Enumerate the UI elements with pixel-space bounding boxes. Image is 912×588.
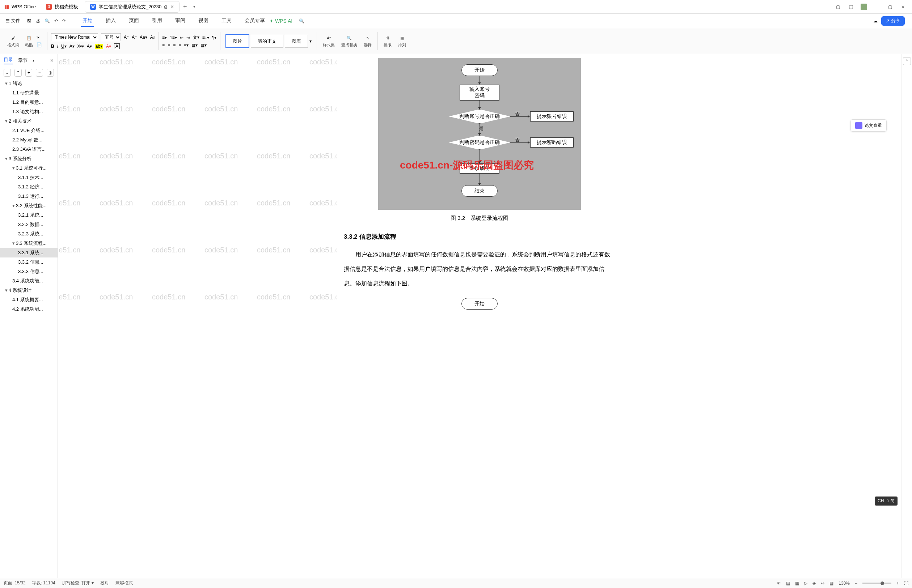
toc-item[interactable]: ▾2 相关技术 [0,116,58,126]
toc-item[interactable]: 3.3.1 系统... [0,248,58,257]
menu-tab-2[interactable]: 页面 [127,15,141,27]
toc-item[interactable]: ▾3.3 系统流程... [0,239,58,248]
add-icon[interactable]: + [25,69,32,77]
compat-mode[interactable]: 兼容模式 [115,580,133,586]
toc-item[interactable]: ▾3.2 系统性能... [0,201,58,210]
toc-item[interactable]: 4.2 系统功能... [0,304,58,314]
wps-ai-tab[interactable]: ✦ WPS AI [268,16,294,26]
spellcheck-status[interactable]: 拼写检查: 打开 ▾ [62,580,94,586]
zoom-out-icon[interactable]: − [855,581,857,586]
decrease-font-icon[interactable]: A⁻ [132,35,137,40]
document-canvas[interactable]: code51.cncode51.cncode51.cncode51.cncode… [58,54,901,578]
toc-item[interactable]: ▾1 绪论 [0,79,58,88]
paste-button[interactable]: 📋 粘贴 [23,34,35,48]
remove-icon[interactable]: − [36,69,43,77]
toc-item[interactable]: 3.4 系统功能... [0,276,58,286]
decrease-indent-icon[interactable]: ⇤ [180,35,183,40]
rail-collapse-icon[interactable]: ⌃ [903,57,911,65]
view-read-icon[interactable]: 👁 [777,581,781,586]
toc-item[interactable]: 3.2.3 系统... [0,229,58,239]
preview-icon[interactable]: 🔍 [45,18,50,24]
bullet-list-icon[interactable]: ≡▾ [162,35,167,40]
view-fullwidth-icon[interactable]: ⇔ [821,581,825,586]
proofread-status[interactable]: 校对 [100,580,109,586]
strikethrough-button[interactable]: A̶▾ [70,44,75,49]
distribute-icon[interactable]: ≡▾ [184,43,189,48]
app-logo[interactable]: ▮▮ WPS Office [0,4,40,10]
toc-item[interactable]: 4.1 系统概要... [0,295,58,304]
font-color-button[interactable]: A▾ [87,44,92,49]
menu-tab-0[interactable]: 开始 [81,15,94,27]
menu-tab-4[interactable]: 审阅 [174,15,187,27]
sidebar-tab-chapter[interactable]: 章节 [18,57,28,64]
menu-tab-7[interactable]: 会员专享 [243,15,266,27]
align-justify-icon[interactable]: ≡ [178,43,181,48]
view-web-icon[interactable]: ▦ [795,581,799,586]
align-right-icon[interactable]: ≡ [173,43,175,48]
view-focus-icon[interactable]: ◈ [813,581,816,586]
view-outline-icon[interactable]: ▷ [804,581,807,586]
avatar[interactable] [860,3,867,10]
highlight-button[interactable]: ab▾ [95,44,103,49]
styleset-button[interactable]: Aᵃ 样式集 [321,34,337,48]
toc-item[interactable]: 2.1 VUE 介绍... [0,126,58,135]
paragraph-spacing-icon[interactable]: ¶▾ [212,35,216,40]
toc-item[interactable]: 3.2.1 系统... [0,210,58,220]
copy-icon[interactable]: 📄 [37,42,42,47]
change-case-icon[interactable]: Aa▾ [140,35,147,40]
minimize-button[interactable]: — [874,3,880,10]
format-painter-button[interactable]: 🖌 格式刷 [5,34,21,48]
menu-tab-6[interactable]: 工具 [220,15,233,27]
redo-icon[interactable]: ↷ [62,18,66,24]
shading-icon[interactable]: ▦▾ [191,43,198,48]
filter-icon[interactable]: ◎ [47,69,54,77]
toc-item[interactable]: 1.2 目的和意... [0,98,58,107]
toc-item[interactable]: 3.1.1 技术... [0,173,58,182]
search-icon[interactable]: 🔍 [299,18,305,24]
menu-tab-1[interactable]: 插入 [104,15,117,27]
style-dropdown-icon[interactable]: ▾ [309,39,312,44]
select-button[interactable]: ↖ 选择 [361,34,374,48]
new-tab-button[interactable]: + [180,3,190,10]
share-button[interactable]: ↗ 分享 [881,16,905,26]
collapse-all-icon[interactable]: ⌄ [3,69,11,77]
zoom-in-icon[interactable]: + [896,581,899,586]
menu-tab-3[interactable]: 引用 [151,15,164,27]
word-count[interactable]: 字数: 11194 [32,580,55,586]
page-indicator[interactable]: 页面: 15/32 [3,580,26,586]
underline-button[interactable]: U▾ [61,44,66,49]
increase-font-icon[interactable]: A⁺ [124,35,129,40]
line-spacing-icon[interactable]: ≡↕▾ [202,35,209,40]
close-icon[interactable]: ✕ [170,4,174,10]
sidebar-close-icon[interactable]: ✕ [50,58,54,63]
cloud-icon[interactable]: ☁ [873,18,878,24]
number-list-icon[interactable]: 1≡▾ [170,35,177,40]
toc-item[interactable]: 1.1 研究背景 [0,88,58,98]
toc-item[interactable]: 3.3.2 信息... [0,257,58,267]
align-center-icon[interactable]: ≡ [168,43,170,48]
bold-button[interactable]: B [51,44,54,49]
style-body[interactable]: 我的正文 [251,35,283,48]
view-grid-icon[interactable]: ▦ [829,581,833,586]
style-picture[interactable]: 图片 [225,34,249,48]
file-menu[interactable]: ☰ 文件 [3,16,23,25]
toc-item[interactable]: 3.3.3 信息... [0,267,58,276]
cut-icon[interactable]: ✂ [37,35,42,40]
toc-item[interactable]: ▾3 系统分析 [0,154,58,163]
plagiarism-check-button[interactable]: 论文查重 [850,120,887,132]
toc-item[interactable]: ▾4 系统设计 [0,286,58,295]
close-button[interactable]: ✕ [900,3,906,10]
align-left-icon[interactable]: ≡ [162,43,165,48]
char-border-button[interactable]: A [114,44,120,49]
order-button[interactable]: ▦ 排列 [396,34,408,48]
toc-item[interactable]: 1.3 论文结构... [0,107,58,116]
text-effect-button[interactable]: A▾ [106,44,111,49]
italic-button[interactable]: I [57,44,58,49]
tab-templates[interactable]: D 找稻壳模板 [41,1,83,13]
toc-item[interactable]: 2.2 Mysql 数... [0,135,58,145]
zoom-slider[interactable] [862,583,891,584]
zoom-level[interactable]: 130% [839,581,850,586]
save-icon[interactable]: 🖫 [27,18,31,24]
toc-item[interactable]: 3.1.3 运行... [0,192,58,201]
undo-icon[interactable]: ↶ [54,18,58,24]
